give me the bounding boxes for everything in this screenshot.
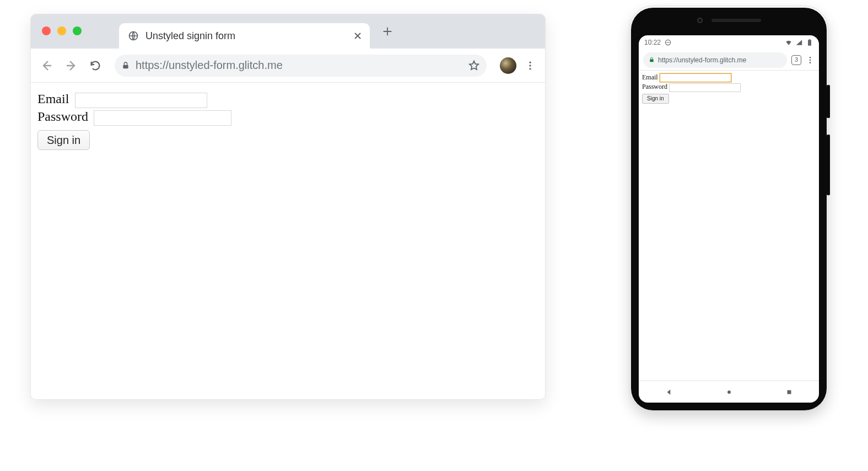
sign-in-button[interactable]: Sign in [37,130,90,150]
battery-icon [806,39,813,46]
mobile-password-field[interactable] [669,83,741,92]
svg-point-4 [529,68,531,69]
tab-count-button[interactable]: 3 [791,55,801,65]
phone-speaker [697,18,761,23]
phone-screen: 10:22 [639,35,819,403]
mobile-address-bar[interactable]: https://unstyled-form.glitch.me [643,52,787,68]
front-camera-icon [697,18,703,23]
mobile-password-label: Password [642,83,667,90]
back-button[interactable] [37,56,56,75]
forward-button[interactable] [62,56,80,75]
mobile-viewport: Email Password Sign in [639,71,819,381]
android-back-icon[interactable] [665,388,673,396]
svg-point-3 [529,65,531,66]
android-nav-bar [639,381,819,403]
new-tab-button[interactable] [379,23,396,40]
bookmark-star-icon[interactable] [468,60,480,72]
maximize-window-button[interactable] [73,26,82,35]
tab-strip: Unstyled signin form [31,14,545,49]
svg-point-2 [529,61,531,63]
profile-avatar[interactable] [500,57,516,74]
svg-rect-1 [123,65,128,68]
mobile-email-field[interactable] [660,73,731,82]
svg-rect-13 [787,390,791,394]
email-field[interactable] [75,93,207,108]
svg-point-9 [810,57,811,58]
page-viewport: Email Password Sign in [31,83,545,158]
url-text: https://unstyled-form.glitch.me [136,59,462,72]
android-home-icon[interactable] [725,388,733,396]
minimize-window-button[interactable] [57,26,66,35]
window-controls [42,26,82,35]
svg-rect-8 [650,60,653,62]
mobile-toolbar: https://unstyled-form.glitch.me 3 [639,50,819,71]
reload-button[interactable] [86,56,105,75]
svg-rect-6 [808,40,811,46]
mobile-menu-button[interactable] [806,56,815,65]
lock-icon [649,57,655,63]
password-field[interactable] [94,110,231,126]
globe-icon [128,30,139,41]
mobile-url-text: https://unstyled-form.glitch.me [658,56,746,64]
status-bar: 10:22 [639,35,819,50]
svg-point-11 [810,62,811,63]
close-window-button[interactable] [42,26,51,35]
email-label: Email [37,92,69,106]
tab-title: Unstyled signin form [145,30,347,42]
browser-tab[interactable]: Unstyled signin form [119,23,370,49]
svg-rect-7 [809,39,810,40]
status-time: 10:22 [644,39,661,46]
password-label: Password [37,109,88,124]
browser-window: Unstyled signin form [30,14,546,400]
android-recent-icon[interactable] [785,388,793,396]
browser-menu-button[interactable] [522,57,538,74]
close-tab-icon[interactable] [353,31,362,40]
browser-toolbar: https://unstyled-form.glitch.me [31,49,545,83]
lock-icon [121,61,130,70]
svg-point-10 [810,59,811,61]
wifi-icon [785,39,792,46]
svg-point-12 [727,390,731,394]
mobile-sign-in-button[interactable]: Sign in [642,94,669,104]
mobile-email-label: Email [642,73,658,81]
cell-signal-icon [795,39,803,46]
phone-device: 10:22 [631,8,827,410]
address-bar[interactable]: https://unstyled-form.glitch.me [115,55,487,77]
do-not-disturb-icon [664,39,672,46]
